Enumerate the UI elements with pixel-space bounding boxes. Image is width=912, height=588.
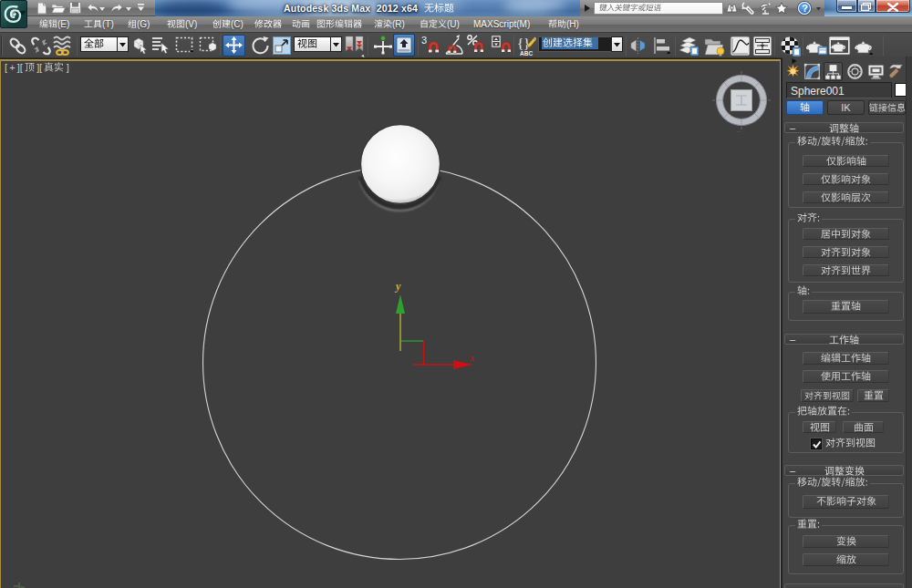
svg-text:3: 3 (421, 35, 427, 46)
svg-text:x: x (469, 352, 474, 363)
svg-text:···: ··· (736, 129, 741, 134)
svg-text:}: } (523, 36, 530, 50)
svg-text:y: y (394, 280, 401, 293)
svg-text:ABC: ABC (520, 50, 533, 57)
